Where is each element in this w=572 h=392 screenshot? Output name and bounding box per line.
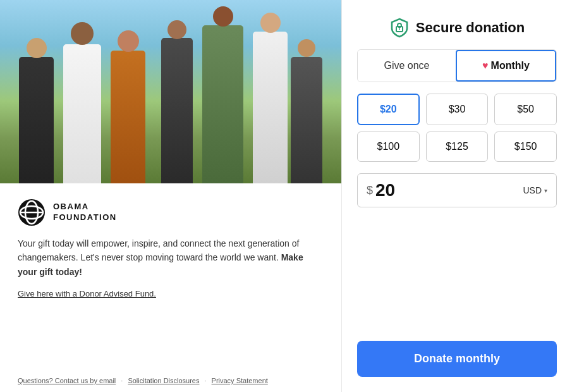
- right-panel: Secure donation Give once ♥Monthly $20 $…: [341, 0, 572, 392]
- left-panel: OBAMA FOUNDATION Your gift today will em…: [0, 0, 341, 392]
- footer-links: Questions? Contact us by email · Solicit…: [18, 377, 268, 384]
- heart-icon: ♥: [482, 60, 489, 71]
- amount-btn-50[interactable]: $50: [494, 94, 557, 125]
- dollar-sign: $: [367, 184, 373, 197]
- currency-select[interactable]: USD ▾: [523, 185, 547, 195]
- amount-btn-125[interactable]: $125: [426, 132, 489, 162]
- disclosures-link[interactable]: Solicitation Disclosures: [128, 377, 199, 384]
- secure-title: Secure donation: [416, 20, 525, 36]
- amount-grid: $20 $30 $50 $100 $125 $150: [357, 94, 557, 162]
- custom-amount-value[interactable]: 20: [375, 180, 523, 200]
- org-logo-icon: [18, 199, 46, 226]
- org-name: OBAMA FOUNDATION: [53, 202, 117, 223]
- donate-monthly-button[interactable]: Donate monthly: [357, 341, 557, 377]
- currency-label: USD: [523, 185, 542, 195]
- org-description: Your gift today will empower, inspire, a…: [18, 236, 324, 279]
- svg-point-7: [399, 28, 400, 30]
- custom-amount-row: $ 20 USD ▾: [357, 173, 557, 207]
- amount-btn-20[interactable]: $20: [357, 94, 420, 125]
- hero-image: [0, 0, 341, 183]
- privacy-link[interactable]: Privacy Statement: [212, 377, 268, 384]
- shield-lock-icon: [389, 18, 410, 38]
- org-logo: OBAMA FOUNDATION: [18, 199, 324, 226]
- sep2: ·: [204, 377, 206, 384]
- amount-btn-150[interactable]: $150: [494, 132, 557, 162]
- content-area: OBAMA FOUNDATION Your gift today will em…: [0, 183, 341, 392]
- monthly-tab[interactable]: ♥Monthly: [456, 50, 556, 82]
- sep1: ·: [121, 377, 123, 384]
- contact-link[interactable]: Questions? Contact us by email: [18, 377, 116, 384]
- chevron-down-icon: ▾: [544, 187, 547, 194]
- secure-header: Secure donation: [357, 18, 557, 38]
- svg-point-5: [398, 23, 401, 27]
- daf-link[interactable]: Give here with a Donor Advised Fund.: [18, 289, 156, 298]
- give-once-tab[interactable]: Give once: [358, 50, 456, 82]
- amount-btn-100[interactable]: $100: [357, 132, 420, 162]
- tab-row: Give once ♥Monthly: [357, 49, 557, 82]
- amount-btn-30[interactable]: $30: [426, 94, 489, 125]
